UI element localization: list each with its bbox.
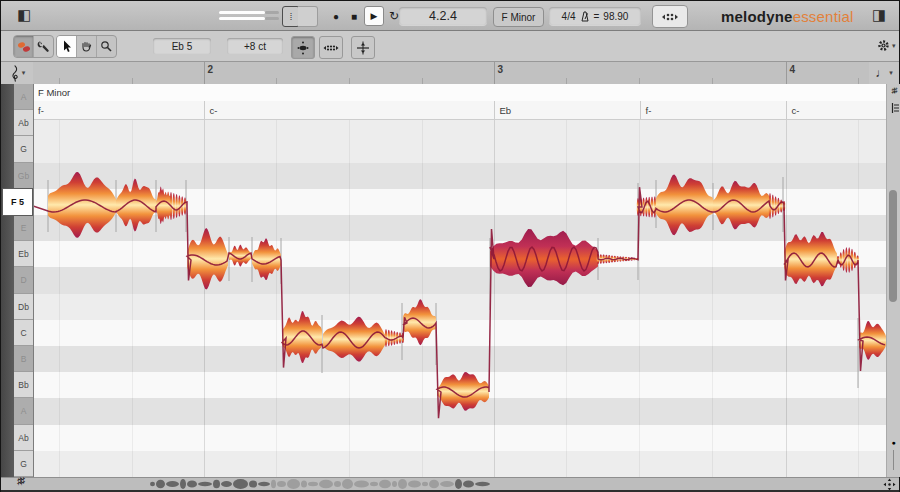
pitch-ruler[interactable]: AAbGGbF 5EEbDDbCBBbAAbG: [14, 84, 34, 477]
chord-symbol-icon[interactable]: [889, 102, 900, 114]
tempo-equals: =: [594, 11, 600, 22]
overview-blob: [271, 480, 276, 489]
key-signature-row[interactable]: F Minor: [33, 84, 886, 102]
key-cell[interactable]: G: [14, 451, 33, 477]
note-ripple-Eb5[interactable]: [837, 247, 859, 273]
hand-icon: [80, 40, 93, 53]
reference-key-cell[interactable]: F 5: [2, 188, 33, 216]
overview-blob: [258, 482, 270, 486]
toggle-right-panel-icon[interactable]: ◨: [872, 7, 886, 22]
key-cell[interactable]: Ab: [14, 110, 33, 136]
volume-bar-bottom-rest: [265, 17, 279, 20]
arrow-tool-button[interactable]: [57, 36, 77, 57]
magnifier-icon: [100, 40, 113, 53]
overview-blob: [277, 481, 286, 487]
chord-cell[interactable]: f-: [640, 101, 787, 119]
time-grid-icon: [323, 43, 339, 53]
arrow-cursor-icon: [62, 40, 72, 53]
overview-blob: [398, 479, 407, 489]
overview-bar[interactable]: ♯♯: [1, 477, 899, 491]
play-button[interactable]: ▶: [364, 6, 384, 26]
note-dropdown-arrow[interactable]: ▾: [889, 69, 893, 77]
key-cell[interactable]: A: [14, 398, 33, 425]
key-cell[interactable]: Eb: [14, 241, 33, 267]
zoom-tool-button[interactable]: [97, 36, 116, 57]
chord-label: f-: [646, 105, 652, 116]
key-selector-button[interactable]: F Minor: [493, 7, 544, 27]
gear-dropdown-arrow[interactable]: ▾: [892, 42, 896, 50]
edit-toolbar: Eb 5 +8 ct: [1, 31, 899, 62]
note-assignment-button[interactable]: [652, 5, 688, 28]
toggle-left-panel-icon[interactable]: ◧: [17, 7, 31, 22]
key-cell[interactable]: Ab: [14, 425, 33, 451]
clef-dropdown-arrow[interactable]: ▾: [22, 69, 26, 77]
note-blob-C5[interactable]: [282, 311, 322, 363]
note-blob-F5[interactable]: [48, 172, 116, 238]
scale-sharps-icon[interactable]: ♯♯: [887, 86, 900, 95]
settings-control[interactable]: ▾: [877, 39, 896, 52]
wrench-tool-button[interactable]: [34, 36, 53, 57]
note-value-selector[interactable]: ♩ ▾: [869, 62, 899, 85]
clef-selector[interactable]: ▾: [1, 62, 33, 85]
note-blob-Eb5[interactable]: [187, 228, 228, 290]
bar-tick: [204, 62, 205, 84]
chord-track[interactable]: f-c-Ebf-c-: [33, 101, 886, 120]
note-ripple-F5[interactable]: [170, 192, 187, 220]
overview-blob: [463, 480, 474, 487]
note-separation-button[interactable]: [351, 36, 375, 59]
bar-ruler[interactable]: 234: [33, 62, 886, 85]
note-blob-F5[interactable]: [656, 175, 713, 236]
note-blob-Eb5[interactable]: [784, 232, 837, 286]
note-ripple-C5[interactable]: [385, 329, 404, 347]
volume-bar-top-filled: [219, 11, 265, 14]
overview-blob: [342, 479, 353, 489]
bar-tick: [494, 62, 495, 84]
key-cell[interactable]: A: [14, 84, 33, 110]
note-pitch-readout[interactable]: Eb 5: [153, 38, 211, 54]
time-grid-button[interactable]: [319, 36, 343, 59]
time-signature[interactable]: 4/4: [562, 11, 576, 22]
note-blob-Bb4[interactable]: [437, 372, 489, 411]
pitch-grid-snap-button[interactable]: [291, 36, 315, 59]
song-position-display[interactable]: 4.2.4: [399, 7, 487, 25]
overview-blob: [156, 480, 165, 489]
volume-slider[interactable]: [219, 9, 279, 23]
pitch-cents-readout[interactable]: +8 ct: [227, 38, 283, 54]
key-cell[interactable]: Db: [14, 294, 33, 320]
chord-cell[interactable]: c-: [204, 101, 495, 119]
metronome-icon: [580, 11, 590, 22]
transport-toolbar: ◧ ⁞ ● ■ ▶ ↻ 4.2.4 F Minor 4/4 = 98.90: [1, 1, 899, 31]
tempo-value[interactable]: 98.90: [603, 11, 628, 22]
blob-tool-button[interactable]: [14, 36, 34, 57]
chord-cell[interactable]: c-: [786, 101, 888, 119]
key-cell[interactable]: Gb: [14, 163, 33, 189]
overview-blob: [379, 480, 391, 489]
hand-tool-button[interactable]: [77, 36, 97, 57]
quarter-note-icon: ♩: [875, 66, 887, 80]
chord-cell[interactable]: Eb: [494, 101, 641, 119]
key-cell[interactable]: E: [14, 215, 33, 241]
left-edge-strip: [1, 84, 14, 477]
overview-blob: [429, 480, 439, 489]
vertical-scrollbar-thumb[interactable]: [889, 190, 897, 302]
vertical-zoom-track[interactable]: [893, 450, 894, 470]
treble-clef-icon: [9, 65, 20, 82]
vertical-zoom-dot[interactable]: ●: [887, 439, 900, 446]
note-blob-Eb5[interactable]: [252, 238, 281, 280]
key-cell[interactable]: G: [14, 136, 33, 163]
key-cell[interactable]: B: [14, 346, 33, 372]
key-cell[interactable]: C: [14, 320, 33, 346]
key-cell[interactable]: D: [14, 267, 33, 294]
volume-bar-bottom-filled: [219, 17, 265, 20]
tempo-field[interactable]: 4/4 = 98.90: [549, 7, 641, 25]
chord-label: c-: [210, 105, 218, 116]
stop-button[interactable]: ■: [348, 8, 360, 24]
note-blob-F5[interactable]: [116, 179, 156, 232]
overview-blob: [301, 480, 307, 487]
key-cell[interactable]: Bb: [14, 372, 33, 398]
record-button[interactable]: ●: [329, 8, 343, 24]
bar-number: 4: [790, 64, 796, 75]
note-editor-grid[interactable]: [33, 84, 886, 477]
monitor-blank-button[interactable]: [298, 6, 318, 27]
chord-cell[interactable]: f-: [33, 101, 204, 119]
